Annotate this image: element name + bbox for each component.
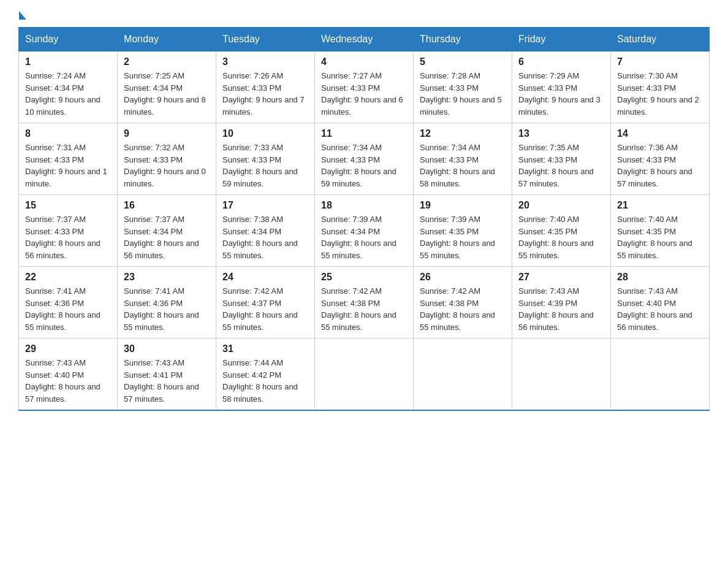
day-info: Sunrise: 7:42 AM Sunset: 4:38 PM Dayligh… xyxy=(321,285,407,333)
column-header-tuesday: Tuesday xyxy=(216,28,315,52)
calendar-cell: 8 Sunrise: 7:31 AM Sunset: 4:33 PM Dayli… xyxy=(19,123,118,195)
day-info: Sunrise: 7:37 AM Sunset: 4:34 PM Dayligh… xyxy=(124,213,210,261)
day-number: 7 xyxy=(617,56,703,67)
calendar-table: SundayMondayTuesdayWednesdayThursdayFrid… xyxy=(18,27,710,411)
day-info: Sunrise: 7:39 AM Sunset: 4:35 PM Dayligh… xyxy=(420,213,506,261)
day-number: 4 xyxy=(321,56,407,67)
calendar-cell: 30 Sunrise: 7:43 AM Sunset: 4:41 PM Dayl… xyxy=(118,339,216,411)
calendar-cell: 15 Sunrise: 7:37 AM Sunset: 4:33 PM Dayl… xyxy=(19,195,118,267)
calendar-cell: 22 Sunrise: 7:41 AM Sunset: 4:36 PM Dayl… xyxy=(19,267,118,339)
calendar-cell: 7 Sunrise: 7:30 AM Sunset: 4:33 PM Dayli… xyxy=(611,52,710,123)
calendar-cell: 12 Sunrise: 7:34 AM Sunset: 4:33 PM Dayl… xyxy=(414,123,512,195)
calendar-cell: 13 Sunrise: 7:35 AM Sunset: 4:33 PM Dayl… xyxy=(512,123,611,195)
day-info: Sunrise: 7:43 AM Sunset: 4:39 PM Dayligh… xyxy=(518,285,604,333)
day-info: Sunrise: 7:43 AM Sunset: 4:40 PM Dayligh… xyxy=(25,357,111,405)
day-info: Sunrise: 7:27 AM Sunset: 4:33 PM Dayligh… xyxy=(321,70,407,118)
calendar-cell: 29 Sunrise: 7:43 AM Sunset: 4:40 PM Dayl… xyxy=(19,339,118,411)
day-number: 24 xyxy=(222,272,308,283)
day-info: Sunrise: 7:33 AM Sunset: 4:33 PM Dayligh… xyxy=(222,142,308,190)
day-number: 17 xyxy=(222,200,308,211)
column-header-thursday: Thursday xyxy=(414,28,512,52)
day-info: Sunrise: 7:29 AM Sunset: 4:33 PM Dayligh… xyxy=(518,70,604,118)
day-info: Sunrise: 7:41 AM Sunset: 4:36 PM Dayligh… xyxy=(124,285,210,333)
calendar-week-row: 15 Sunrise: 7:37 AM Sunset: 4:33 PM Dayl… xyxy=(19,195,710,267)
day-number: 1 xyxy=(25,56,111,67)
day-info: Sunrise: 7:35 AM Sunset: 4:33 PM Dayligh… xyxy=(518,142,604,190)
day-number: 12 xyxy=(420,128,506,139)
day-info: Sunrise: 7:26 AM Sunset: 4:33 PM Dayligh… xyxy=(222,70,308,118)
column-header-sunday: Sunday xyxy=(19,28,118,52)
day-number: 30 xyxy=(124,343,210,354)
day-number: 14 xyxy=(617,128,703,139)
day-info: Sunrise: 7:40 AM Sunset: 4:35 PM Dayligh… xyxy=(617,213,703,261)
day-info: Sunrise: 7:25 AM Sunset: 4:34 PM Dayligh… xyxy=(124,70,210,118)
calendar-cell xyxy=(315,339,414,411)
day-number: 5 xyxy=(420,56,506,67)
day-number: 6 xyxy=(518,56,604,67)
day-number: 13 xyxy=(518,128,604,139)
page-header xyxy=(18,12,710,21)
day-info: Sunrise: 7:30 AM Sunset: 4:33 PM Dayligh… xyxy=(617,70,703,118)
day-number: 28 xyxy=(617,272,703,283)
day-number: 23 xyxy=(124,272,210,283)
logo-triangle-icon xyxy=(19,11,26,20)
column-header-saturday: Saturday xyxy=(611,28,710,52)
day-info: Sunrise: 7:39 AM Sunset: 4:34 PM Dayligh… xyxy=(321,213,407,261)
calendar-cell: 31 Sunrise: 7:44 AM Sunset: 4:42 PM Dayl… xyxy=(216,339,315,411)
day-number: 20 xyxy=(518,200,604,211)
day-info: Sunrise: 7:42 AM Sunset: 4:37 PM Dayligh… xyxy=(222,285,308,333)
day-number: 9 xyxy=(124,128,210,139)
day-number: 27 xyxy=(518,272,604,283)
day-number: 26 xyxy=(420,272,506,283)
day-info: Sunrise: 7:37 AM Sunset: 4:33 PM Dayligh… xyxy=(25,213,111,261)
calendar-cell xyxy=(512,339,611,411)
day-number: 16 xyxy=(124,200,210,211)
day-number: 15 xyxy=(25,200,111,211)
calendar-cell: 23 Sunrise: 7:41 AM Sunset: 4:36 PM Dayl… xyxy=(118,267,216,339)
calendar-cell: 14 Sunrise: 7:36 AM Sunset: 4:33 PM Dayl… xyxy=(611,123,710,195)
calendar-cell: 3 Sunrise: 7:26 AM Sunset: 4:33 PM Dayli… xyxy=(216,52,315,123)
day-number: 18 xyxy=(321,200,407,211)
day-number: 3 xyxy=(222,56,308,67)
day-number: 31 xyxy=(222,343,308,354)
calendar-cell: 27 Sunrise: 7:43 AM Sunset: 4:39 PM Dayl… xyxy=(512,267,611,339)
day-number: 25 xyxy=(321,272,407,283)
day-number: 10 xyxy=(222,128,308,139)
day-info: Sunrise: 7:34 AM Sunset: 4:33 PM Dayligh… xyxy=(420,142,506,190)
day-info: Sunrise: 7:34 AM Sunset: 4:33 PM Dayligh… xyxy=(321,142,407,190)
day-info: Sunrise: 7:24 AM Sunset: 4:34 PM Dayligh… xyxy=(25,70,111,118)
calendar-cell: 9 Sunrise: 7:32 AM Sunset: 4:33 PM Dayli… xyxy=(118,123,216,195)
day-number: 29 xyxy=(25,343,111,354)
calendar-cell xyxy=(414,339,512,411)
day-info: Sunrise: 7:28 AM Sunset: 4:33 PM Dayligh… xyxy=(420,70,506,118)
calendar-week-row: 22 Sunrise: 7:41 AM Sunset: 4:36 PM Dayl… xyxy=(19,267,710,339)
day-info: Sunrise: 7:38 AM Sunset: 4:34 PM Dayligh… xyxy=(222,213,308,261)
calendar-cell: 21 Sunrise: 7:40 AM Sunset: 4:35 PM Dayl… xyxy=(611,195,710,267)
day-number: 22 xyxy=(25,272,111,283)
column-header-monday: Monday xyxy=(118,28,216,52)
calendar-cell: 11 Sunrise: 7:34 AM Sunset: 4:33 PM Dayl… xyxy=(315,123,414,195)
day-info: Sunrise: 7:42 AM Sunset: 4:38 PM Dayligh… xyxy=(420,285,506,333)
day-number: 11 xyxy=(321,128,407,139)
day-info: Sunrise: 7:44 AM Sunset: 4:42 PM Dayligh… xyxy=(222,357,308,405)
day-info: Sunrise: 7:40 AM Sunset: 4:35 PM Dayligh… xyxy=(518,213,604,261)
day-number: 8 xyxy=(25,128,111,139)
column-header-friday: Friday xyxy=(512,28,611,52)
day-number: 21 xyxy=(617,200,703,211)
day-number: 2 xyxy=(124,56,210,67)
day-info: Sunrise: 7:36 AM Sunset: 4:33 PM Dayligh… xyxy=(617,142,703,190)
logo xyxy=(18,12,26,21)
calendar-cell: 17 Sunrise: 7:38 AM Sunset: 4:34 PM Dayl… xyxy=(216,195,315,267)
calendar-cell: 10 Sunrise: 7:33 AM Sunset: 4:33 PM Dayl… xyxy=(216,123,315,195)
calendar-cell: 18 Sunrise: 7:39 AM Sunset: 4:34 PM Dayl… xyxy=(315,195,414,267)
calendar-cell: 19 Sunrise: 7:39 AM Sunset: 4:35 PM Dayl… xyxy=(414,195,512,267)
calendar-week-row: 29 Sunrise: 7:43 AM Sunset: 4:40 PM Dayl… xyxy=(19,339,710,411)
day-info: Sunrise: 7:41 AM Sunset: 4:36 PM Dayligh… xyxy=(25,285,111,333)
calendar-cell: 2 Sunrise: 7:25 AM Sunset: 4:34 PM Dayli… xyxy=(118,52,216,123)
column-header-wednesday: Wednesday xyxy=(315,28,414,52)
day-number: 19 xyxy=(420,200,506,211)
calendar-cell: 28 Sunrise: 7:43 AM Sunset: 4:40 PM Dayl… xyxy=(611,267,710,339)
calendar-cell: 24 Sunrise: 7:42 AM Sunset: 4:37 PM Dayl… xyxy=(216,267,315,339)
calendar-cell: 26 Sunrise: 7:42 AM Sunset: 4:38 PM Dayl… xyxy=(414,267,512,339)
calendar-week-row: 1 Sunrise: 7:24 AM Sunset: 4:34 PM Dayli… xyxy=(19,52,710,123)
